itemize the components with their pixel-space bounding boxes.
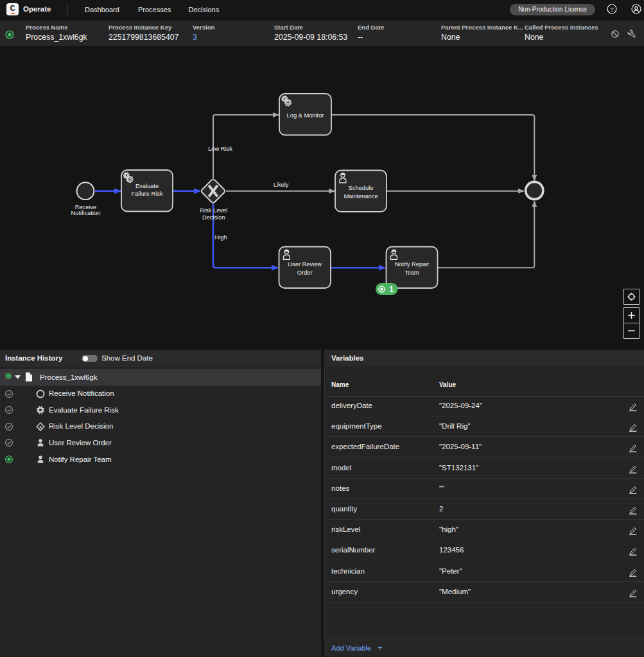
svg-text:Failure Risk: Failure Risk: [131, 191, 162, 197]
svg-text:Evaluate: Evaluate: [135, 183, 159, 189]
svg-text:Risk Level: Risk Level: [200, 207, 227, 214]
svg-text:Receive: Receive: [75, 204, 97, 210]
svg-text:High: High: [214, 234, 227, 241]
svg-text:Order: Order: [297, 269, 313, 276]
svg-text:Low Risk: Low Risk: [208, 146, 232, 152]
svg-text:Team: Team: [405, 269, 419, 276]
svg-text:Log & Monitor: Log & Monitor: [287, 112, 324, 119]
svg-text:Decision: Decision: [202, 214, 225, 221]
svg-text:Likely: Likely: [274, 182, 289, 188]
svg-text:Notification: Notification: [71, 210, 101, 216]
svg-text:Notify Repair: Notify Repair: [395, 261, 430, 268]
svg-text:?: ?: [610, 6, 613, 13]
svg-text:1: 1: [389, 285, 394, 294]
svg-text:Maintenance: Maintenance: [344, 193, 378, 200]
svg-text:User Review: User Review: [288, 261, 322, 268]
svg-text:Schedule: Schedule: [349, 185, 374, 191]
